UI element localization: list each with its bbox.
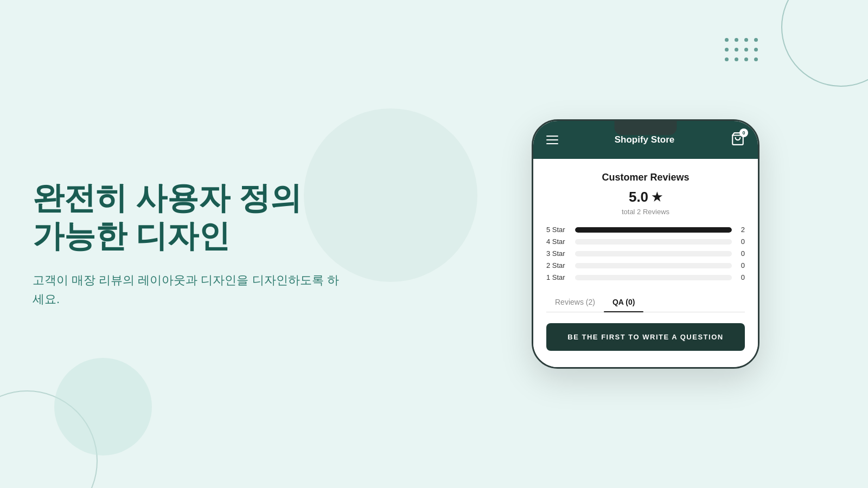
- store-title: Shopify Store: [615, 134, 675, 145]
- star-label-5: 5 Star: [546, 226, 571, 234]
- star-row-1: 1 Star 0: [546, 273, 745, 281]
- hamburger-menu-button[interactable]: [546, 136, 558, 144]
- tab-qa-label: QA (0): [612, 298, 635, 306]
- tab-reviews-label: Reviews (2): [555, 298, 595, 306]
- star-row-5: 5 Star 2: [546, 226, 745, 234]
- bar-count-2: 0: [736, 261, 745, 269]
- star-row-2: 2 Star 0: [546, 261, 745, 269]
- star-label-1: 1 Star: [546, 273, 571, 281]
- star-bars: 5 Star 2 4 Star 0 3 Star: [546, 226, 745, 281]
- tab-reviews[interactable]: Reviews (2): [546, 292, 604, 312]
- cart-button[interactable]: 0: [731, 132, 745, 148]
- tab-qa[interactable]: QA (0): [604, 292, 643, 312]
- bar-count-1: 0: [736, 273, 745, 281]
- cart-badge: 0: [739, 129, 748, 137]
- reviews-title: Customer Reviews: [546, 172, 745, 183]
- bar-track-4: [575, 239, 732, 245]
- bar-track-1: [575, 275, 732, 280]
- decorative-circle-top-right: [781, 0, 868, 87]
- star-label-3: 3 Star: [546, 249, 571, 258]
- write-question-button[interactable]: BE THE FIRST TO WRITE A QUESTION: [546, 323, 745, 351]
- bar-track-2: [575, 263, 732, 268]
- phone-notch: [613, 121, 678, 136]
- tab-bar: Reviews (2) QA (0): [546, 292, 745, 312]
- rating-value: 5.0: [629, 189, 648, 206]
- star-row-3: 3 Star 0: [546, 249, 745, 258]
- bar-track-5: [575, 227, 732, 233]
- left-content-area: 완전히 사용자 정의 가능한 디자인 고객이 매장 리뷰의 레이아웃과 디자인을…: [33, 179, 347, 309]
- bar-count-5: 2: [736, 226, 745, 234]
- bar-count-4: 0: [736, 237, 745, 246]
- bar-fill-5: [575, 227, 732, 233]
- main-title: 완전히 사용자 정의 가능한 디자인: [33, 179, 347, 254]
- decorative-dots: [725, 38, 760, 63]
- phone-header: Shopify Store 0: [533, 121, 758, 159]
- phone-content: Customer Reviews 5.0 ★ total 2 Reviews 5…: [533, 159, 758, 367]
- star-label-2: 2 Star: [546, 261, 571, 269]
- rating-display: 5.0 ★: [546, 189, 745, 206]
- bar-count-3: 0: [736, 249, 745, 258]
- phone-mockup: Shopify Store 0 Customer Reviews 5.0 ★ t…: [532, 119, 760, 369]
- phone-notch-inner: [615, 121, 677, 135]
- phone-frame: Shopify Store 0 Customer Reviews 5.0 ★ t…: [532, 119, 760, 369]
- star-row-4: 4 Star 0: [546, 237, 745, 246]
- subtitle-text: 고객이 매장 리뷰의 레이아웃과 디자인을 디자인하도록 하세요.: [33, 271, 347, 309]
- decorative-blob-left: [54, 358, 152, 455]
- bar-track-3: [575, 251, 732, 256]
- rating-star-icon: ★: [652, 190, 662, 204]
- star-label-4: 4 Star: [546, 237, 571, 246]
- total-reviews-text: total 2 Reviews: [546, 208, 745, 216]
